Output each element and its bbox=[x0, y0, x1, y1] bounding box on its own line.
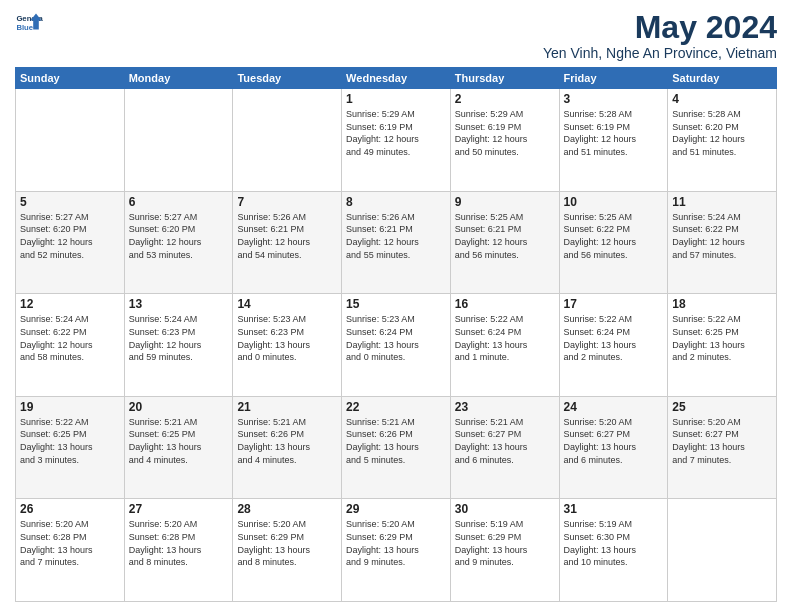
day-number: 1 bbox=[346, 92, 446, 106]
location-title: Yen Vinh, Nghe An Province, Vietnam bbox=[543, 45, 777, 61]
day-number: 22 bbox=[346, 400, 446, 414]
day-number: 23 bbox=[455, 400, 555, 414]
day-number: 12 bbox=[20, 297, 120, 311]
calendar-cell: 18Sunrise: 5:22 AM Sunset: 6:25 PM Dayli… bbox=[668, 294, 777, 397]
day-info: Sunrise: 5:20 AM Sunset: 6:29 PM Dayligh… bbox=[346, 518, 446, 568]
day-info: Sunrise: 5:20 AM Sunset: 6:27 PM Dayligh… bbox=[672, 416, 772, 466]
day-info: Sunrise: 5:27 AM Sunset: 6:20 PM Dayligh… bbox=[20, 211, 120, 261]
calendar-cell: 16Sunrise: 5:22 AM Sunset: 6:24 PM Dayli… bbox=[450, 294, 559, 397]
day-info: Sunrise: 5:23 AM Sunset: 6:24 PM Dayligh… bbox=[346, 313, 446, 363]
day-info: Sunrise: 5:23 AM Sunset: 6:23 PM Dayligh… bbox=[237, 313, 337, 363]
calendar-cell bbox=[668, 499, 777, 602]
day-number: 17 bbox=[564, 297, 664, 311]
calendar-week-row: 19Sunrise: 5:22 AM Sunset: 6:25 PM Dayli… bbox=[16, 396, 777, 499]
calendar-header-row: Sunday Monday Tuesday Wednesday Thursday… bbox=[16, 68, 777, 89]
month-title: May 2024 bbox=[543, 10, 777, 45]
day-info: Sunrise: 5:28 AM Sunset: 6:19 PM Dayligh… bbox=[564, 108, 664, 158]
day-info: Sunrise: 5:21 AM Sunset: 6:26 PM Dayligh… bbox=[237, 416, 337, 466]
day-number: 13 bbox=[129, 297, 229, 311]
day-number: 16 bbox=[455, 297, 555, 311]
day-info: Sunrise: 5:25 AM Sunset: 6:22 PM Dayligh… bbox=[564, 211, 664, 261]
header-wednesday: Wednesday bbox=[342, 68, 451, 89]
day-info: Sunrise: 5:20 AM Sunset: 6:28 PM Dayligh… bbox=[129, 518, 229, 568]
calendar-cell: 8Sunrise: 5:26 AM Sunset: 6:21 PM Daylig… bbox=[342, 191, 451, 294]
header-tuesday: Tuesday bbox=[233, 68, 342, 89]
day-info: Sunrise: 5:19 AM Sunset: 6:29 PM Dayligh… bbox=[455, 518, 555, 568]
day-number: 24 bbox=[564, 400, 664, 414]
calendar-cell: 4Sunrise: 5:28 AM Sunset: 6:20 PM Daylig… bbox=[668, 89, 777, 192]
day-info: Sunrise: 5:19 AM Sunset: 6:30 PM Dayligh… bbox=[564, 518, 664, 568]
calendar-cell bbox=[124, 89, 233, 192]
day-info: Sunrise: 5:24 AM Sunset: 6:23 PM Dayligh… bbox=[129, 313, 229, 363]
calendar-week-row: 1Sunrise: 5:29 AM Sunset: 6:19 PM Daylig… bbox=[16, 89, 777, 192]
page: General Blue May 2024 Yen Vinh, Nghe An … bbox=[0, 0, 792, 612]
day-number: 7 bbox=[237, 195, 337, 209]
day-info: Sunrise: 5:22 AM Sunset: 6:25 PM Dayligh… bbox=[672, 313, 772, 363]
calendar-cell: 24Sunrise: 5:20 AM Sunset: 6:27 PM Dayli… bbox=[559, 396, 668, 499]
day-info: Sunrise: 5:21 AM Sunset: 6:25 PM Dayligh… bbox=[129, 416, 229, 466]
calendar-cell bbox=[16, 89, 125, 192]
day-number: 28 bbox=[237, 502, 337, 516]
day-info: Sunrise: 5:22 AM Sunset: 6:24 PM Dayligh… bbox=[455, 313, 555, 363]
calendar-cell: 22Sunrise: 5:21 AM Sunset: 6:26 PM Dayli… bbox=[342, 396, 451, 499]
calendar-cell: 14Sunrise: 5:23 AM Sunset: 6:23 PM Dayli… bbox=[233, 294, 342, 397]
calendar-week-row: 12Sunrise: 5:24 AM Sunset: 6:22 PM Dayli… bbox=[16, 294, 777, 397]
calendar-cell: 6Sunrise: 5:27 AM Sunset: 6:20 PM Daylig… bbox=[124, 191, 233, 294]
day-number: 8 bbox=[346, 195, 446, 209]
calendar-cell: 3Sunrise: 5:28 AM Sunset: 6:19 PM Daylig… bbox=[559, 89, 668, 192]
calendar-cell: 10Sunrise: 5:25 AM Sunset: 6:22 PM Dayli… bbox=[559, 191, 668, 294]
day-info: Sunrise: 5:21 AM Sunset: 6:26 PM Dayligh… bbox=[346, 416, 446, 466]
calendar-table: Sunday Monday Tuesday Wednesday Thursday… bbox=[15, 67, 777, 602]
day-number: 19 bbox=[20, 400, 120, 414]
day-number: 18 bbox=[672, 297, 772, 311]
day-number: 26 bbox=[20, 502, 120, 516]
calendar-cell: 11Sunrise: 5:24 AM Sunset: 6:22 PM Dayli… bbox=[668, 191, 777, 294]
day-number: 4 bbox=[672, 92, 772, 106]
day-info: Sunrise: 5:20 AM Sunset: 6:28 PM Dayligh… bbox=[20, 518, 120, 568]
header-friday: Friday bbox=[559, 68, 668, 89]
day-info: Sunrise: 5:20 AM Sunset: 6:27 PM Dayligh… bbox=[564, 416, 664, 466]
calendar-cell: 13Sunrise: 5:24 AM Sunset: 6:23 PM Dayli… bbox=[124, 294, 233, 397]
day-number: 3 bbox=[564, 92, 664, 106]
day-info: Sunrise: 5:22 AM Sunset: 6:25 PM Dayligh… bbox=[20, 416, 120, 466]
day-info: Sunrise: 5:22 AM Sunset: 6:24 PM Dayligh… bbox=[564, 313, 664, 363]
day-number: 25 bbox=[672, 400, 772, 414]
day-number: 6 bbox=[129, 195, 229, 209]
calendar-cell: 1Sunrise: 5:29 AM Sunset: 6:19 PM Daylig… bbox=[342, 89, 451, 192]
calendar-cell: 20Sunrise: 5:21 AM Sunset: 6:25 PM Dayli… bbox=[124, 396, 233, 499]
day-info: Sunrise: 5:27 AM Sunset: 6:20 PM Dayligh… bbox=[129, 211, 229, 261]
calendar-week-row: 26Sunrise: 5:20 AM Sunset: 6:28 PM Dayli… bbox=[16, 499, 777, 602]
header-monday: Monday bbox=[124, 68, 233, 89]
calendar-cell: 2Sunrise: 5:29 AM Sunset: 6:19 PM Daylig… bbox=[450, 89, 559, 192]
day-info: Sunrise: 5:21 AM Sunset: 6:27 PM Dayligh… bbox=[455, 416, 555, 466]
calendar-cell: 15Sunrise: 5:23 AM Sunset: 6:24 PM Dayli… bbox=[342, 294, 451, 397]
day-number: 11 bbox=[672, 195, 772, 209]
calendar-cell: 7Sunrise: 5:26 AM Sunset: 6:21 PM Daylig… bbox=[233, 191, 342, 294]
calendar-cell: 23Sunrise: 5:21 AM Sunset: 6:27 PM Dayli… bbox=[450, 396, 559, 499]
day-number: 14 bbox=[237, 297, 337, 311]
day-number: 31 bbox=[564, 502, 664, 516]
calendar-cell: 31Sunrise: 5:19 AM Sunset: 6:30 PM Dayli… bbox=[559, 499, 668, 602]
calendar-body: 1Sunrise: 5:29 AM Sunset: 6:19 PM Daylig… bbox=[16, 89, 777, 602]
day-number: 9 bbox=[455, 195, 555, 209]
svg-text:Blue: Blue bbox=[16, 23, 33, 32]
calendar-cell: 19Sunrise: 5:22 AM Sunset: 6:25 PM Dayli… bbox=[16, 396, 125, 499]
day-info: Sunrise: 5:29 AM Sunset: 6:19 PM Dayligh… bbox=[346, 108, 446, 158]
calendar-cell: 12Sunrise: 5:24 AM Sunset: 6:22 PM Dayli… bbox=[16, 294, 125, 397]
header-saturday: Saturday bbox=[668, 68, 777, 89]
title-block: May 2024 Yen Vinh, Nghe An Province, Vie… bbox=[543, 10, 777, 61]
day-number: 10 bbox=[564, 195, 664, 209]
calendar-cell: 29Sunrise: 5:20 AM Sunset: 6:29 PM Dayli… bbox=[342, 499, 451, 602]
calendar-week-row: 5Sunrise: 5:27 AM Sunset: 6:20 PM Daylig… bbox=[16, 191, 777, 294]
calendar-cell: 9Sunrise: 5:25 AM Sunset: 6:21 PM Daylig… bbox=[450, 191, 559, 294]
calendar-cell bbox=[233, 89, 342, 192]
calendar-cell: 30Sunrise: 5:19 AM Sunset: 6:29 PM Dayli… bbox=[450, 499, 559, 602]
day-number: 30 bbox=[455, 502, 555, 516]
day-number: 2 bbox=[455, 92, 555, 106]
header-thursday: Thursday bbox=[450, 68, 559, 89]
day-info: Sunrise: 5:20 AM Sunset: 6:29 PM Dayligh… bbox=[237, 518, 337, 568]
day-info: Sunrise: 5:24 AM Sunset: 6:22 PM Dayligh… bbox=[672, 211, 772, 261]
day-number: 27 bbox=[129, 502, 229, 516]
day-info: Sunrise: 5:28 AM Sunset: 6:20 PM Dayligh… bbox=[672, 108, 772, 158]
day-number: 21 bbox=[237, 400, 337, 414]
